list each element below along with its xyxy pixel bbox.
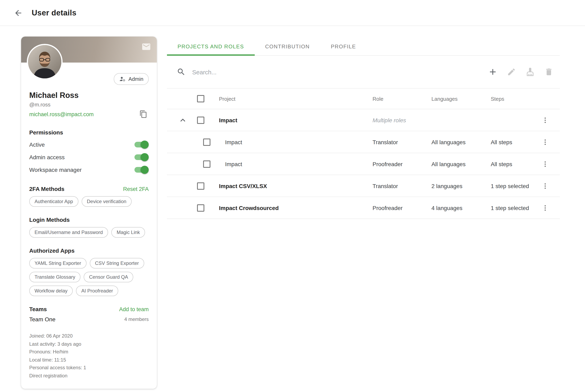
teams-title: Teams xyxy=(29,306,47,312)
meta-last-activity: Last activity: 3 days ago xyxy=(29,340,149,348)
permission-label: Active xyxy=(29,141,45,148)
steps-cell: All steps xyxy=(491,139,537,145)
team-name: Team One xyxy=(29,316,56,322)
row-menu-button[interactable] xyxy=(540,136,551,148)
plus-icon xyxy=(488,67,498,77)
add-to-team-link[interactable]: Add to team xyxy=(119,306,149,312)
permission-row-admin-access: Admin access xyxy=(29,151,149,163)
edit-button[interactable] xyxy=(504,65,518,79)
project-cell: Impact xyxy=(208,161,372,167)
admin-badge[interactable]: Admin xyxy=(114,73,149,85)
row-menu-button[interactable] xyxy=(540,114,551,126)
twofa-title: 2FA Methods xyxy=(29,186,64,192)
row-checkbox[interactable] xyxy=(197,116,204,124)
broom-icon xyxy=(526,68,534,76)
twofa-chip: Device verification xyxy=(82,196,132,207)
authorized-app-chip: Censor Guard QA xyxy=(84,272,134,282)
table-row-impact-proofreader[interactable]: Impact Proofreader All languages All ste… xyxy=(167,153,560,175)
languages-cell: 4 languages xyxy=(432,204,491,211)
role-cell: Proofreader xyxy=(372,161,432,167)
table-row-impact-csv-xlsx[interactable]: Impact CSV/XLSX Translator 2 languages 1… xyxy=(167,175,560,197)
authorized-app-chip: YAML String Exporter xyxy=(29,258,86,268)
steps-cell: 1 step selected xyxy=(491,204,537,211)
chevron-up-icon xyxy=(178,115,188,125)
send-email-button[interactable] xyxy=(142,42,151,52)
row-menu-button[interactable] xyxy=(540,158,551,170)
clear-roles-button[interactable] xyxy=(523,65,537,79)
role-cell: Translator xyxy=(372,139,432,145)
copy-email-button[interactable] xyxy=(138,109,149,120)
row-checkbox[interactable] xyxy=(197,204,204,212)
tab-contribution[interactable]: CONTRIBUTION xyxy=(254,36,320,56)
table-row-impact-crowdsourced[interactable]: Impact Crowdsourced Proofreader 4 langua… xyxy=(167,197,560,219)
team-members-count: 4 members xyxy=(124,316,149,322)
column-header-role: Role xyxy=(372,96,432,102)
back-button[interactable] xyxy=(12,6,25,20)
pencil-icon xyxy=(507,68,516,76)
add-button[interactable] xyxy=(486,65,500,79)
trash-icon xyxy=(544,68,553,76)
user-handle: @m.ross xyxy=(29,102,149,108)
column-header-steps: Steps xyxy=(491,96,537,102)
search-input[interactable] xyxy=(191,68,476,76)
kebab-icon xyxy=(542,116,549,124)
login-method-chip: Email/Username and Password xyxy=(29,227,108,238)
permission-label: Workspace manager xyxy=(29,166,82,173)
languages-cell: All languages xyxy=(432,139,491,145)
twofa-chip: Authenticator App xyxy=(29,196,78,207)
arrow-left-icon xyxy=(14,8,23,17)
page-title: User details xyxy=(32,8,76,17)
authorized-app-chip: AI Proofreader xyxy=(76,286,118,296)
languages-cell: 2 languages xyxy=(432,182,491,189)
authorized-apps-title: Authorized Apps xyxy=(29,248,149,254)
login-method-chip: Magic Link xyxy=(111,227,145,238)
content-area: Admin Michael Ross @m.ross michael.ross@… xyxy=(0,26,585,389)
delete-button[interactable] xyxy=(542,65,556,79)
role-cell: Proofreader xyxy=(372,204,432,211)
top-bar: User details xyxy=(0,0,585,26)
row-menu-button[interactable] xyxy=(540,202,551,214)
tab-profile[interactable]: PROFILE xyxy=(320,36,367,56)
row-menu-button[interactable] xyxy=(540,180,551,192)
kebab-icon xyxy=(542,182,549,190)
table-row-impact-translator[interactable]: Impact Translator All languages All step… xyxy=(167,131,560,153)
active-toggle[interactable] xyxy=(134,140,149,148)
steps-cell: 1 step selected xyxy=(491,182,537,189)
app-window: User details xyxy=(0,0,585,392)
project-cell: Impact CSV/XLSX xyxy=(208,182,372,189)
envelope-icon xyxy=(142,42,151,52)
permissions-title: Permissions xyxy=(29,129,149,136)
table-row-group-impact[interactable]: Impact Multiple roles xyxy=(167,109,560,131)
admin-badge-label: Admin xyxy=(128,76,144,82)
main-panel: PROJECTS AND ROLES CONTRIBUTION PROFILE xyxy=(167,36,560,219)
project-cell: Impact xyxy=(208,117,372,123)
authorized-app-chip: Workflow delay xyxy=(29,286,73,296)
project-cell: Impact xyxy=(208,139,372,145)
meta-pronouns: Pronouns: He/him xyxy=(29,348,149,356)
reset-2fa-link[interactable]: Reset 2FA xyxy=(123,186,149,192)
kebab-icon xyxy=(542,204,549,212)
column-header-project: Project xyxy=(208,96,372,102)
workspace-manager-toggle[interactable] xyxy=(134,166,149,174)
login-methods-title: Login Methods xyxy=(29,216,149,223)
admin-access-toggle[interactable] xyxy=(134,153,149,161)
person-gear-icon xyxy=(119,76,126,82)
meta-joined: Joined: 06 Apr 2020 xyxy=(29,332,149,340)
select-all-checkbox[interactable] xyxy=(197,95,204,102)
permission-row-workspace-manager: Workspace manager xyxy=(29,163,149,176)
user-meta-block: Joined: 06 Apr 2020 Last activity: 3 day… xyxy=(29,332,149,380)
table-header-row: Project Role Languages Steps xyxy=(167,88,560,109)
permission-row-active: Active xyxy=(29,138,149,151)
meta-local-time: Local time: 11:15 xyxy=(29,356,149,364)
user-email-link[interactable]: michael.ross@impact.com xyxy=(29,111,94,117)
authorized-app-chip: Translate Glossary xyxy=(29,272,81,282)
tab-bar: PROJECTS AND ROLES CONTRIBUTION PROFILE xyxy=(167,36,560,56)
user-name: Michael Ross xyxy=(29,91,149,100)
tab-projects-and-roles[interactable]: PROJECTS AND ROLES xyxy=(167,36,254,56)
steps-cell: All steps xyxy=(491,161,537,167)
column-header-languages: Languages xyxy=(432,96,491,102)
collapse-row-button[interactable] xyxy=(178,115,188,125)
copy-icon xyxy=(139,110,148,118)
row-checkbox[interactable] xyxy=(197,182,204,190)
table-toolbar xyxy=(167,56,560,88)
